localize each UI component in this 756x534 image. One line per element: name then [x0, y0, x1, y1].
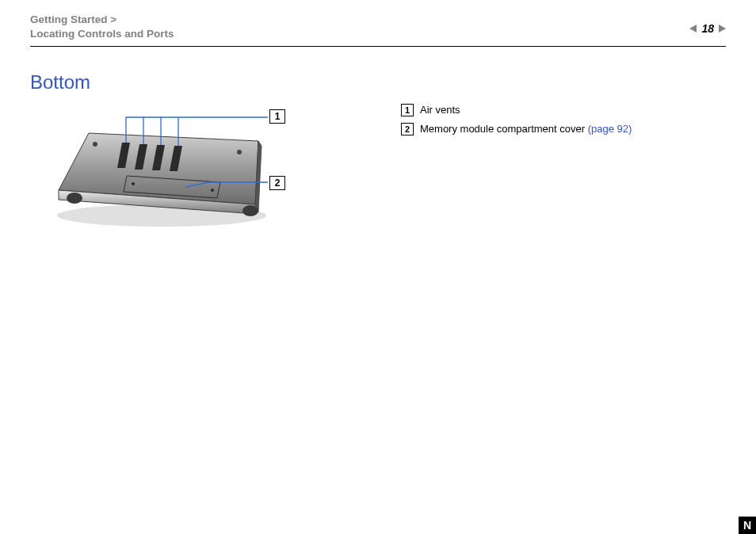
diagram-callout-2: 2 [269, 176, 285, 190]
page-number: 18 [701, 22, 714, 35]
diagram-legend: 1 Air vents 2 Memory module compartment … [401, 103, 632, 141]
header-divider [30, 46, 726, 47]
legend-number: 2 [401, 123, 414, 135]
next-page-icon[interactable] [719, 25, 726, 32]
breadcrumb-line-1: Getting Started > [30, 13, 726, 27]
page-nav: 18 [689, 22, 726, 35]
svg-point-13 [93, 142, 97, 147]
page-header: Getting Started > Locating Controls and … [30, 13, 726, 48]
prev-page-icon[interactable] [689, 25, 697, 32]
page-link[interactable]: (page 92) [588, 123, 632, 135]
section-title: Bottom [30, 71, 90, 93]
product-bottom-diagram: 1 2 [51, 103, 288, 238]
svg-point-12 [211, 189, 214, 192]
corner-mark-icon: N [739, 517, 756, 534]
legend-item: 2 Memory module compartment cover (page … [401, 122, 632, 136]
legend-text-body: Memory module compartment cover [420, 123, 588, 135]
svg-point-4 [67, 193, 82, 204]
legend-text: Memory module compartment cover (page 92… [420, 122, 632, 136]
diagram-callout-1: 1 [269, 109, 285, 124]
breadcrumb-line-2: Locating Controls and Ports [30, 27, 726, 41]
svg-point-14 [237, 150, 242, 154]
legend-number: 1 [401, 104, 414, 116]
breadcrumb: Getting Started > Locating Controls and … [30, 13, 726, 41]
svg-point-5 [242, 205, 258, 216]
legend-item: 1 Air vents [401, 103, 632, 117]
legend-text: Air vents [420, 103, 460, 117]
svg-point-11 [132, 182, 135, 185]
